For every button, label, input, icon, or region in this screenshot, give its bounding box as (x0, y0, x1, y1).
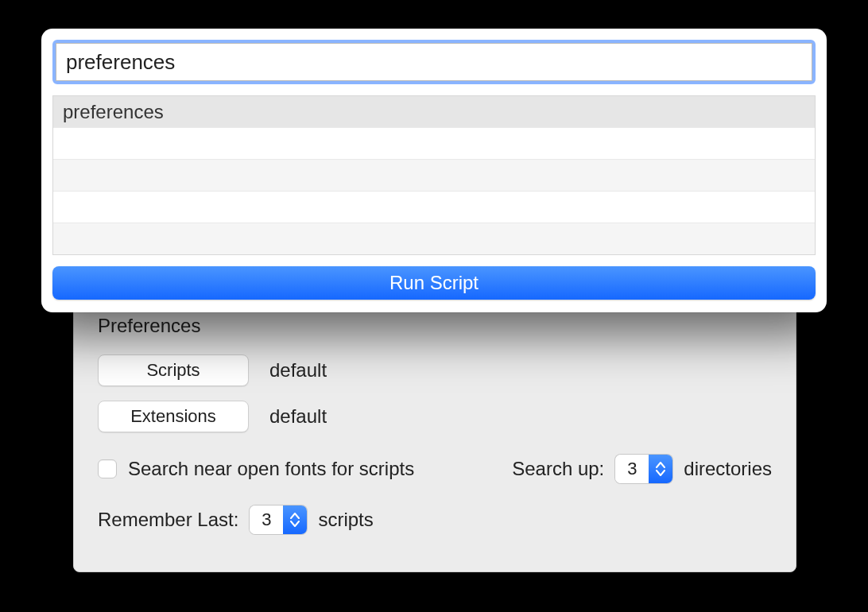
extensions-value: default (269, 405, 327, 428)
extensions-button-label: Extensions (130, 406, 216, 427)
search-options-row: Search near open fonts for scripts Searc… (98, 455, 772, 483)
preferences-panel: Preferences Scripts default Extensions d… (73, 290, 796, 572)
search-input[interactable] (56, 43, 812, 81)
scripts-button-label: Scripts (146, 360, 200, 381)
remember-group: Remember Last: 3 scripts (98, 505, 374, 534)
remember-row: Remember Last: 3 scripts (98, 505, 772, 534)
search-up-label: Search up: (512, 458, 604, 480)
stepper-arrows-icon[interactable] (283, 505, 307, 534)
result-list: preferences (52, 95, 816, 255)
search-up-group: Search up: 3 directories (512, 455, 772, 483)
search-up-trail: directories (684, 458, 772, 480)
preferences-title: Preferences (98, 315, 772, 337)
extensions-button[interactable]: Extensions (98, 401, 249, 432)
remember-label: Remember Last: (98, 509, 238, 531)
search-up-value: 3 (615, 455, 649, 483)
search-near-label: Search near open fonts for scripts (128, 458, 414, 480)
stepper-arrows-icon[interactable] (649, 455, 672, 483)
run-script-label: Run Script (389, 272, 479, 294)
list-item[interactable] (53, 128, 815, 160)
remember-value: 3 (250, 505, 283, 534)
scripts-row: Scripts default (98, 354, 772, 386)
search-focus-ring (52, 40, 816, 84)
remember-stepper[interactable]: 3 (250, 505, 307, 534)
list-item[interactable] (53, 160, 815, 192)
list-item[interactable] (53, 223, 815, 255)
list-item-label: preferences (63, 101, 164, 123)
search-up-stepper[interactable]: 3 (615, 455, 672, 483)
list-item[interactable] (53, 192, 815, 223)
list-item[interactable]: preferences (53, 96, 815, 128)
script-search-popover: preferences Run Script (41, 29, 827, 312)
search-near-checkbox[interactable] (98, 459, 117, 478)
scripts-value: default (269, 359, 327, 382)
run-script-button[interactable]: Run Script (52, 266, 816, 300)
search-near-group: Search near open fonts for scripts (98, 458, 414, 480)
scripts-button[interactable]: Scripts (98, 354, 249, 386)
remember-trail: scripts (318, 509, 373, 531)
extensions-row: Extensions default (98, 401, 772, 432)
